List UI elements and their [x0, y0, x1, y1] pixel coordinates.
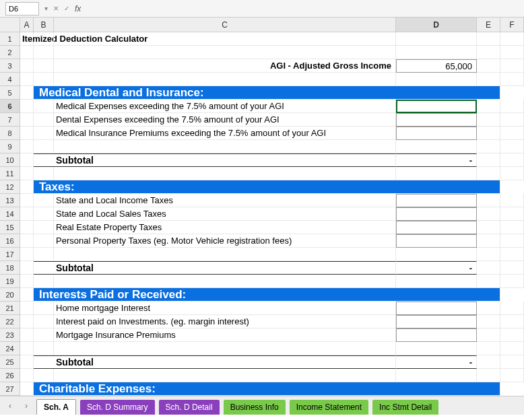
row-header-15[interactable]: 15 [0, 221, 20, 234]
cell[interactable] [34, 127, 54, 140]
row-header-26[interactable]: 26 [0, 369, 20, 382]
cell[interactable] [20, 73, 34, 86]
agi-value[interactable]: 65,000 [396, 59, 477, 73]
cell[interactable] [20, 180, 34, 194]
row-header-17[interactable]: 17 [0, 248, 20, 261]
row-header-16[interactable]: 16 [0, 234, 20, 248]
row-header-7[interactable]: 7 [0, 113, 20, 127]
cell[interactable] [34, 140, 54, 153]
cell[interactable] [20, 113, 34, 127]
cell[interactable] [500, 59, 524, 73]
section-header-medical[interactable]: Medical Dental and Insurance: [34, 86, 500, 100]
row-header-27[interactable]: 27 [0, 382, 20, 396]
accept-icon[interactable]: ✓ [64, 5, 69, 12]
cell[interactable] [20, 342, 34, 355]
cell[interactable] [54, 248, 396, 261]
cell[interactable] [500, 194, 524, 207]
tab-income-statement[interactable]: Income Statement [290, 400, 368, 415]
cell[interactable] [396, 342, 477, 355]
name-box[interactable] [5, 2, 39, 15]
medical-input-1[interactable] [396, 113, 477, 127]
cell[interactable] [20, 127, 34, 140]
cell[interactable] [34, 207, 54, 221]
row-header-4[interactable]: 4 [0, 73, 20, 86]
tab-nav-prev[interactable]: ‹ [4, 400, 16, 412]
cell[interactable] [34, 261, 54, 275]
row-header-8[interactable]: 8 [0, 127, 20, 140]
row-header-22[interactable]: 22 [0, 315, 20, 328]
cell[interactable] [477, 275, 500, 288]
row-header-21[interactable]: 21 [0, 302, 20, 315]
cell[interactable] [396, 369, 477, 382]
cell[interactable] [477, 369, 500, 382]
cell[interactable] [477, 46, 500, 59]
col-header-B[interactable]: B [34, 18, 54, 32]
cell[interactable] [477, 342, 500, 355]
cell[interactable] [500, 32, 524, 46]
row-header-12[interactable]: 12 [0, 180, 20, 194]
cell[interactable] [20, 382, 34, 396]
tab-sch-d-summary[interactable]: Sch. D Summary [80, 400, 155, 415]
title-cell[interactable]: Itemized Deduction Calculator [20, 32, 34, 46]
tab-business-info[interactable]: Business Info [224, 400, 286, 415]
cell[interactable] [477, 113, 500, 127]
row-header-11[interactable]: 11 [0, 167, 20, 180]
cell[interactable] [20, 288, 34, 302]
cell[interactable] [34, 302, 54, 315]
cell[interactable] [500, 315, 524, 328]
cell[interactable] [20, 275, 34, 288]
col-header-D[interactable]: D [396, 18, 477, 32]
row-header-14[interactable]: 14 [0, 207, 20, 221]
tab-nav-next[interactable]: › [20, 400, 32, 412]
row-header-25[interactable]: 25 [0, 355, 20, 369]
row-header-5[interactable]: 5 [0, 86, 20, 100]
cell[interactable] [477, 194, 500, 207]
cell[interactable] [54, 369, 396, 382]
col-header-E[interactable]: E [477, 18, 500, 32]
cell[interactable] [34, 369, 54, 382]
fx-icon[interactable]: fx [75, 4, 81, 13]
cell[interactable] [500, 275, 524, 288]
cell[interactable] [34, 234, 54, 248]
cell[interactable] [54, 46, 396, 59]
row-header-13[interactable]: 13 [0, 194, 20, 207]
cell[interactable] [500, 127, 524, 140]
cell[interactable] [34, 46, 54, 59]
cell[interactable] [20, 167, 34, 180]
cell[interactable] [477, 328, 500, 342]
cell[interactable] [500, 113, 524, 127]
tab-sch-a[interactable]: Sch. A [36, 399, 76, 415]
cell[interactable] [477, 167, 500, 180]
row-header-1[interactable]: 1 [0, 32, 20, 46]
cell[interactable] [477, 127, 500, 140]
cell[interactable] [396, 275, 477, 288]
cell[interactable] [54, 167, 396, 180]
cell[interactable] [20, 302, 34, 315]
cell[interactable] [500, 73, 524, 86]
cell[interactable] [500, 46, 524, 59]
taxes-input-2[interactable] [396, 221, 477, 234]
row-header-10[interactable]: 10 [0, 153, 20, 167]
row-header-9[interactable]: 9 [0, 140, 20, 153]
cell[interactable] [34, 59, 54, 73]
cell[interactable] [477, 261, 500, 275]
cell[interactable] [34, 221, 54, 234]
cell[interactable] [500, 140, 524, 153]
section-header-taxes[interactable]: Taxes: [34, 180, 500, 194]
interests-input-0[interactable] [396, 302, 477, 315]
cell[interactable] [34, 355, 54, 369]
tab-sch-d-detail[interactable]: Sch. D Detail [159, 400, 220, 415]
cell[interactable] [20, 194, 34, 207]
cell[interactable] [477, 221, 500, 234]
cell[interactable] [477, 302, 500, 315]
cell[interactable] [477, 59, 500, 73]
cell[interactable] [477, 153, 500, 167]
cell[interactable] [20, 328, 34, 342]
cell[interactable] [20, 315, 34, 328]
cell[interactable] [396, 32, 477, 46]
section-header-interests[interactable]: Interests Paid or Received: [34, 288, 500, 302]
cell[interactable] [20, 221, 34, 234]
cell[interactable] [500, 328, 524, 342]
cell[interactable] [396, 140, 477, 153]
col-header-A[interactable]: A [20, 18, 34, 32]
